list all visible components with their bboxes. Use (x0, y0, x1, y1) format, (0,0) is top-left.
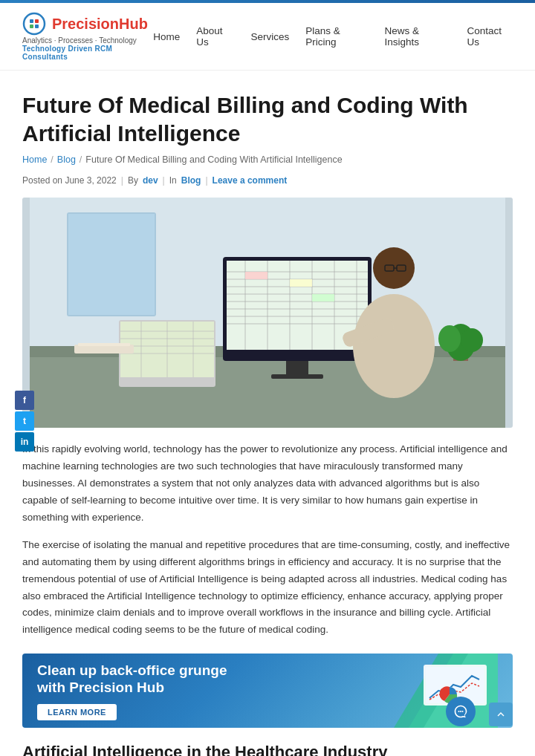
post-date: Posted on June 3, 2022 (22, 175, 117, 186)
breadcrumb: Home / Blog / Future Of Medical Billing … (22, 154, 513, 165)
post-comment[interactable]: Leave a comment (213, 175, 288, 186)
twitter-share-button[interactable]: t (15, 411, 34, 431)
svg-point-49 (438, 325, 461, 352)
hero-image (22, 198, 513, 428)
svg-rect-1 (30, 19, 33, 23)
logo-icon (22, 12, 46, 36)
article-paragraph-2: The exercise of isolating the manual and… (22, 537, 513, 639)
banner-graphic-svg (349, 654, 498, 728)
svg-rect-4 (35, 25, 39, 28)
nav-about[interactable]: About Us (196, 25, 234, 48)
twitter-icon: t (23, 416, 26, 426)
chat-icon (453, 704, 468, 719)
post-by: By (128, 175, 138, 186)
page-title: Future Of Medical Billing and Coding Wit… (22, 91, 513, 147)
banner-title: Clean up back-office grungewith Precisio… (37, 662, 349, 697)
nav-contact[interactable]: Contact Us (467, 25, 513, 48)
post-author[interactable]: dev (143, 175, 158, 186)
svg-rect-3 (30, 25, 33, 28)
svg-point-60 (458, 711, 460, 712)
nav-services[interactable]: Services (250, 31, 289, 42)
article-container: f t in (22, 198, 513, 756)
article-paragraph-1: In this rapidly evolving world, technolo… (22, 441, 513, 527)
post-meta: Posted on June 3, 2022 | By dev | In Blo… (22, 175, 513, 186)
chevron-up-icon (494, 708, 508, 721)
main-content: Future Of Medical Billing and Coding Wit… (0, 71, 535, 756)
logo-top: PrecisionHub (22, 12, 153, 36)
svg-point-0 (24, 13, 45, 34)
nav-home[interactable]: Home (153, 31, 180, 42)
hero-scene-svg (22, 198, 513, 428)
breadcrumb-blog[interactable]: Blog (57, 154, 76, 165)
breadcrumb-sep1: / (51, 154, 53, 165)
breadcrumb-current: Future Of Medical Billing and Coding Wit… (85, 154, 342, 165)
svg-rect-2 (35, 19, 39, 23)
svg-rect-8 (68, 214, 155, 315)
svg-rect-52 (78, 343, 130, 346)
banner-text: Clean up back-office grungewith Precisio… (37, 662, 349, 721)
chat-button[interactable] (446, 697, 476, 726)
logo-tagline: Analytics · Processes · Technology (22, 36, 153, 45)
svg-rect-27 (245, 272, 268, 279)
banner-ad: Clean up back-office grungewith Precisio… (22, 654, 513, 728)
svg-rect-30 (286, 361, 308, 376)
breadcrumb-sep2: / (80, 154, 82, 165)
nav-news[interactable]: News & Insights (384, 25, 450, 48)
logo-name: PrecisionHub (52, 16, 148, 33)
nav-plans[interactable]: Plans & Pricing (305, 25, 368, 48)
banner-cta-button[interactable]: LEARN MORE (37, 704, 117, 720)
svg-point-61 (460, 711, 461, 712)
linkedin-share-button[interactable]: in (15, 432, 34, 452)
social-sidebar: f t in (15, 391, 34, 452)
svg-rect-29 (290, 279, 312, 287)
main-nav: Home About Us Services Plans & Pricing N… (153, 25, 513, 48)
facebook-icon: f (23, 395, 26, 405)
logo-sub: Technology Driven RCM Consultants (22, 45, 153, 61)
svg-rect-28 (312, 294, 334, 302)
breadcrumb-home[interactable]: Home (22, 154, 47, 165)
logo-area: PrecisionHub Analytics · Processes · Tec… (22, 12, 153, 61)
facebook-share-button[interactable]: f (15, 391, 34, 410)
linkedin-icon: in (21, 437, 29, 447)
post-category[interactable]: Blog (181, 175, 201, 186)
svg-point-45 (353, 294, 435, 398)
svg-point-62 (462, 711, 464, 712)
svg-point-50 (461, 328, 483, 352)
scroll-to-top-button[interactable] (489, 703, 513, 726)
header: PrecisionHub Analytics · Processes · Tec… (0, 3, 535, 71)
post-in: In (169, 175, 177, 186)
section-heading-ai: Artificial Intelligence in the Healthcar… (22, 743, 513, 756)
svg-rect-31 (271, 374, 323, 379)
